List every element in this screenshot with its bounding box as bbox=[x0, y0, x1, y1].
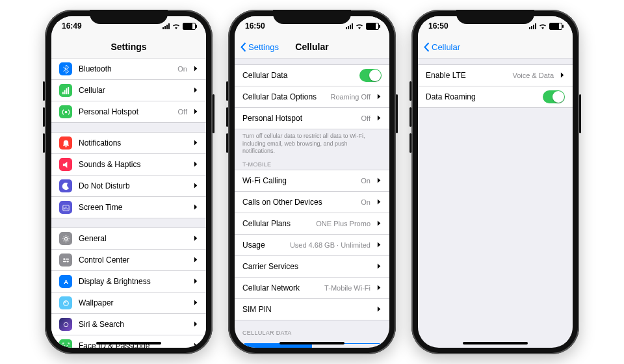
row-value: Voice & Data bbox=[512, 72, 554, 79]
signal-icon bbox=[529, 23, 536, 29]
svg-point-9 bbox=[66, 260, 68, 262]
hotspot-icon bbox=[59, 105, 72, 118]
row-label: Personal Hotspot bbox=[79, 107, 172, 116]
svg-point-14 bbox=[64, 322, 68, 327]
chevron-left-icon bbox=[423, 42, 430, 52]
page-title: Settings bbox=[110, 42, 146, 52]
row-usage[interactable]: Usage Used 4.68 GB · Unlimited bbox=[235, 235, 389, 256]
row-label: Display & Brightness bbox=[79, 277, 187, 286]
phone-cellular: 16:50 Settings Cellular Cellular Data bbox=[228, 10, 396, 354]
chevron-right-icon bbox=[194, 161, 198, 169]
chevron-right-icon bbox=[194, 342, 198, 348]
row-bluetooth[interactable]: Bluetooth On bbox=[51, 58, 206, 80]
chevron-right-icon bbox=[194, 278, 198, 286]
row-enable-lte[interactable]: Enable LTE Voice & Data bbox=[418, 64, 573, 86]
svg-point-6 bbox=[64, 237, 67, 240]
row-label: Cellular Plans bbox=[242, 219, 309, 228]
nav-bar: Settings bbox=[51, 36, 206, 58]
row-wallpaper[interactable]: Wallpaper bbox=[51, 292, 206, 314]
row-calls-other[interactable]: Calls on Other Devices On bbox=[235, 192, 389, 213]
row-dnd[interactable]: Do Not Disturb bbox=[51, 176, 206, 197]
row-label: Enable LTE bbox=[426, 71, 506, 80]
svg-rect-3 bbox=[68, 86, 69, 94]
toggle-cellular-data[interactable] bbox=[359, 69, 382, 82]
row-label: General bbox=[79, 234, 187, 243]
row-display[interactable]: A Display & Brightness bbox=[51, 271, 206, 292]
row-sim-pin[interactable]: SIM PIN bbox=[235, 299, 389, 320]
chevron-right-icon bbox=[377, 198, 382, 207]
chevron-right-icon bbox=[377, 220, 382, 228]
row-plans[interactable]: Cellular Plans ONE Plus Promo bbox=[235, 213, 389, 235]
row-carrier-services[interactable]: Carrier Services bbox=[235, 256, 389, 278]
home-indicator[interactable] bbox=[280, 342, 344, 344]
battery-icon bbox=[549, 23, 562, 30]
svg-point-15 bbox=[64, 344, 64, 345]
home-indicator[interactable] bbox=[463, 342, 528, 344]
back-button[interactable]: Cellular bbox=[423, 42, 460, 52]
svg-rect-1 bbox=[64, 90, 65, 94]
row-data-roaming[interactable]: Data Roaming bbox=[418, 86, 573, 108]
row-label: Wi-Fi Calling bbox=[242, 176, 354, 185]
row-label: Do Not Disturb bbox=[79, 181, 187, 190]
chevron-right-icon bbox=[377, 306, 382, 314]
display-icon: A bbox=[59, 275, 72, 288]
row-value: T-Mobile Wi-Fi bbox=[324, 284, 370, 292]
status-time: 16:50 bbox=[245, 21, 265, 31]
svg-point-4 bbox=[64, 110, 67, 113]
row-value: ONE Plus Promo bbox=[316, 220, 370, 228]
back-button[interactable]: Settings bbox=[240, 42, 279, 52]
signal-icon bbox=[346, 23, 353, 29]
row-cellular-network[interactable]: Cellular Network T-Mobile Wi-Fi bbox=[235, 278, 389, 299]
row-label: Calls on Other Devices bbox=[242, 198, 354, 207]
wifi-icon bbox=[172, 23, 180, 29]
row-label: Wallpaper bbox=[79, 298, 187, 307]
row-notifications[interactable]: Notifications bbox=[51, 132, 206, 154]
row-value: On bbox=[361, 198, 370, 206]
row-label: Usage bbox=[242, 240, 283, 250]
siri-icon bbox=[59, 318, 72, 331]
row-screentime[interactable]: Screen Time bbox=[51, 197, 206, 218]
row-data-options[interactable]: Cellular Data Options Roaming Off bbox=[235, 86, 389, 108]
row-value: Roaming Off bbox=[330, 93, 370, 101]
svg-point-12 bbox=[63, 300, 68, 305]
footer-note: Turn off cellular data to restrict all d… bbox=[235, 129, 389, 159]
toggle-data-roaming[interactable] bbox=[543, 90, 565, 103]
svg-point-7 bbox=[63, 258, 65, 260]
svg-rect-0 bbox=[62, 92, 63, 94]
row-control-center[interactable]: Control Center bbox=[51, 250, 206, 271]
page-title: Cellular bbox=[295, 42, 328, 52]
home-indicator[interactable] bbox=[96, 342, 161, 344]
chevron-right-icon bbox=[194, 203, 198, 212]
row-hotspot[interactable]: Personal Hotspot Off bbox=[51, 101, 206, 123]
row-label: Bluetooth bbox=[79, 64, 171, 73]
svg-point-16 bbox=[66, 344, 67, 345]
row-cellular-data[interactable]: Cellular Data bbox=[235, 64, 389, 86]
row-sounds[interactable]: Sounds & Haptics bbox=[51, 154, 206, 176]
bluetooth-icon bbox=[59, 62, 72, 75]
row-label: Cellular Data bbox=[242, 71, 353, 80]
wifi-icon bbox=[539, 23, 547, 29]
row-label: Cellular bbox=[79, 86, 187, 95]
row-label: Screen Time bbox=[79, 203, 187, 212]
svg-rect-10 bbox=[62, 261, 66, 262]
chevron-right-icon bbox=[377, 177, 382, 185]
row-value: Off bbox=[361, 114, 370, 122]
wifi-icon bbox=[356, 23, 363, 29]
notch bbox=[273, 10, 351, 24]
svg-text:A: A bbox=[64, 279, 68, 285]
row-siri[interactable]: Siri & Search bbox=[51, 314, 206, 335]
screentime-icon bbox=[59, 201, 72, 214]
row-wifi-calling[interactable]: Wi-Fi Calling On bbox=[235, 170, 389, 192]
chevron-right-icon bbox=[194, 65, 198, 73]
chevron-right-icon bbox=[194, 320, 198, 329]
row-cellular[interactable]: Cellular bbox=[51, 80, 206, 101]
nav-bar: Cellular bbox=[418, 36, 573, 58]
row-label: Control Center bbox=[79, 255, 187, 265]
chevron-right-icon bbox=[194, 139, 198, 148]
row-general[interactable]: General bbox=[51, 228, 206, 250]
row-label: Notifications bbox=[79, 138, 187, 148]
wallpaper-icon bbox=[59, 296, 72, 309]
notch bbox=[456, 10, 534, 24]
dnd-icon bbox=[59, 179, 72, 192]
row-hotspot[interactable]: Personal Hotspot Off bbox=[235, 108, 389, 129]
